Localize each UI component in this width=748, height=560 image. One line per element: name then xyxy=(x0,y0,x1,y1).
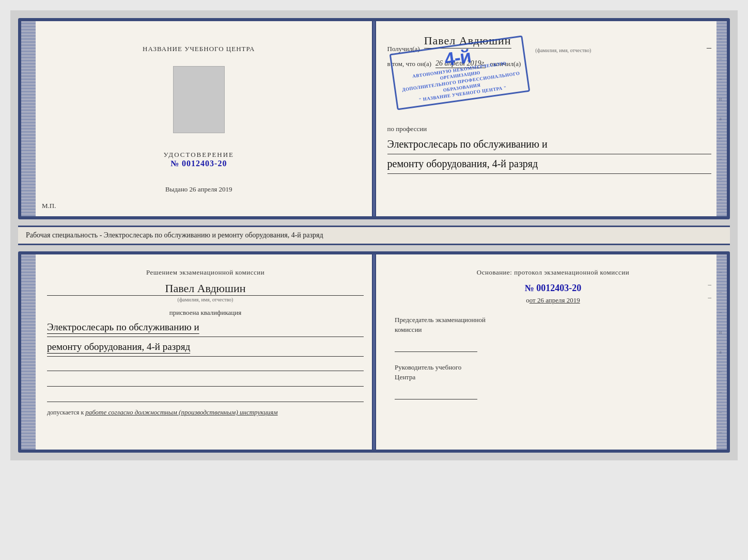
bottom-left-panel: Решением экзаменационной комиссии Павел … xyxy=(21,254,379,450)
photo-placeholder xyxy=(173,66,225,133)
rukovoditel-block: Руководитель учебного Центра xyxy=(395,362,711,399)
qual-line2: ремонту оборудования, 4-й разряд xyxy=(47,339,364,357)
ot-date: оот 26 апреля 2019 xyxy=(395,296,711,305)
document-bottom: Решением экзаменационной комиссии Павел … xyxy=(18,251,730,453)
dopuskaetsya-value: работе согласно должностным (производств… xyxy=(85,408,277,416)
dash-top: – xyxy=(707,42,711,53)
udostoverenie-number: № 0012403-20 xyxy=(163,159,234,168)
protocol-number: № 0012403-20 xyxy=(395,283,711,294)
recipient-name-bottom: Павел Авдюшин xyxy=(47,282,364,296)
rukovoditel-signature-line xyxy=(395,387,477,399)
mp-label: М.П. xyxy=(42,202,56,210)
udostoverenie-block: УДОСТОВЕРЕНИЕ № 0012403-20 xyxy=(163,151,234,168)
vydano-date: 26 апреля 2019 xyxy=(190,185,232,193)
center-title: НАЗВАНИЕ УЧЕБНОГО ЦЕНТРА xyxy=(143,44,255,54)
specialty-text-band: Рабочая специальность - Электрослесарь п… xyxy=(18,226,730,245)
blank-line-1 xyxy=(47,361,364,371)
blank-lines-bottom xyxy=(47,361,364,402)
qual-line1: Электрослесарь по обслуживанию и xyxy=(47,319,364,337)
top-right-panel: Получил(a) Павел Авдюшин (фамилия, имя, … xyxy=(377,21,727,216)
rukovoditel-line1: Руководитель учебного xyxy=(395,363,461,371)
predsedatel-line2: комиссии xyxy=(395,326,422,333)
document-top: НАЗВАНИЕ УЧЕБНОГО ЦЕНТРА УДОСТОВЕРЕНИЕ №… xyxy=(18,18,730,219)
blank-line-3 xyxy=(47,392,364,402)
po-professii-label: по профессии xyxy=(387,125,712,133)
prisvoena-label: присвоена квалификация xyxy=(47,309,364,317)
fio-label-bottom: (фамилия, имя, отчество) xyxy=(47,297,364,302)
profession-line2-top: ремонту оборудования, 4-й разряд xyxy=(387,155,712,174)
rukovoditel-line2: Центра xyxy=(395,373,415,381)
ot-underlined: от 26 апреля 2019 xyxy=(529,296,580,304)
blank-line-2 xyxy=(47,376,364,387)
page-wrapper: НАЗВАНИЕ УЧЕБНОГО ЦЕНТРА УДОСТОВЕРЕНИЕ №… xyxy=(10,10,738,460)
profession-block-top: по профессии Электрослесарь по обслужива… xyxy=(387,125,712,174)
predsedatel-signature-line xyxy=(395,339,477,352)
vydano-label: Выдано xyxy=(165,185,188,193)
dash-right: – xyxy=(708,280,712,289)
vydano-line: Выдано 26 апреля 2019 xyxy=(165,185,232,194)
udostoverenie-title: УДОСТОВЕРЕНИЕ xyxy=(163,151,234,159)
predsedatel-block: Председатель экзаменационной комиссии xyxy=(395,315,711,352)
predsedatel-line1: Председатель экзаменационной xyxy=(395,316,486,324)
dopuskaetsya-label: допускается к xyxy=(47,409,84,416)
right-spine-decoration xyxy=(716,21,727,216)
top-left-panel: НАЗВАНИЕ УЧЕБНОГО ЦЕНТРА УДОСТОВЕРЕНИЕ №… xyxy=(21,21,377,216)
right-spine-decoration-bottom xyxy=(716,254,727,450)
specialty-label: Рабочая специальность - Электрослесарь п… xyxy=(26,231,323,239)
osnovanie-text: Основание: протокол экзаменационной коми… xyxy=(395,267,711,278)
dash-right2: – xyxy=(708,293,712,301)
profession-line1-top: Электрослесарь по обслуживанию и xyxy=(387,136,712,154)
bottom-right-panel: Основание: протокол экзаменационной коми… xyxy=(379,254,727,450)
dopuskaetsya-block: допускается к работе согласно должностны… xyxy=(47,408,364,417)
resheniem-text: Решением экзаменационной комиссии xyxy=(47,267,364,278)
